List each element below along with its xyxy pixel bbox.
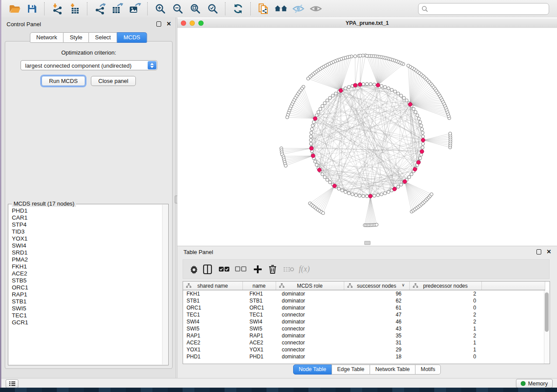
table-cell[interactable]: SWI5 xyxy=(242,325,276,332)
table-cell[interactable]: FKH1 xyxy=(183,290,242,298)
table-cell[interactable]: ACE2 xyxy=(242,339,276,346)
table-cell[interactable]: dominator xyxy=(276,297,344,304)
eye-icon[interactable] xyxy=(309,3,322,15)
tab-edge-table[interactable]: Edge Table xyxy=(332,364,370,375)
zoom-out-icon[interactable] xyxy=(171,3,184,15)
table-cell[interactable]: connector xyxy=(276,339,344,346)
table-row[interactable]: ORC1ORC1dominator610 xyxy=(183,304,545,311)
table-cell[interactable]: connector xyxy=(276,311,344,318)
tab-network[interactable]: Network xyxy=(30,32,64,43)
table-row[interactable]: PHD1PHD1dominator180 xyxy=(183,353,545,360)
mcds-result-item[interactable]: FKH1 xyxy=(12,263,163,270)
column-header-successor-nodes[interactable]: successor nodes ∨ xyxy=(344,282,409,290)
table-cell[interactable]: 2 xyxy=(409,290,481,298)
close-panel-icon[interactable]: ✕ xyxy=(547,250,551,254)
run-mcds-button[interactable]: Run MCDS xyxy=(42,76,85,86)
split-columns-icon[interactable] xyxy=(203,263,212,275)
table-cell[interactable]: 18 xyxy=(344,353,409,360)
table-cell[interactable]: 1 xyxy=(409,339,481,346)
table-cell[interactable] xyxy=(481,346,545,353)
deselect-all-icon[interactable] xyxy=(235,263,246,275)
table-cell[interactable]: 1 xyxy=(409,346,481,353)
export-network-icon[interactable] xyxy=(93,3,107,15)
function-builder-icon[interactable]: f(x) xyxy=(299,265,310,274)
mcds-result-item[interactable]: SWI4 xyxy=(12,242,163,249)
mcds-result-item[interactable]: SWI5 xyxy=(12,305,163,312)
splitter-grip[interactable] xyxy=(364,241,370,245)
memory-button[interactable]: Memory xyxy=(516,379,553,388)
table-scrollbar[interactable] xyxy=(544,290,550,364)
tab-style[interactable]: Style xyxy=(63,32,89,43)
table-cell[interactable]: 35 xyxy=(344,332,409,339)
table-row[interactable]: ACE2ACE2connector311 xyxy=(183,339,545,346)
table-cell[interactable]: 0 xyxy=(409,297,481,304)
mcds-result-item[interactable]: STP4 xyxy=(12,221,163,228)
table-row[interactable]: FKH1FKH1dominator962 xyxy=(183,290,545,298)
table-cell[interactable]: RAP1 xyxy=(242,332,276,339)
mcds-result-item[interactable]: CAR1 xyxy=(12,214,163,221)
search-input[interactable] xyxy=(428,5,546,13)
table-row[interactable]: TEC1TEC1connector472 xyxy=(183,311,545,318)
table-cell[interactable]: PHD1 xyxy=(242,353,276,360)
mcds-result-item[interactable]: PHD1 xyxy=(12,207,163,214)
table-cell[interactable]: 2 xyxy=(409,332,481,339)
close-panel-icon[interactable]: ✕ xyxy=(166,22,171,26)
table-cell[interactable]: connector xyxy=(276,346,344,353)
table-cell[interactable]: ACE2 xyxy=(183,339,242,346)
delete-icon[interactable] xyxy=(268,263,277,275)
float-panel-icon[interactable] xyxy=(156,21,161,27)
import-network-icon[interactable] xyxy=(51,3,64,15)
table-cell[interactable]: 31 xyxy=(344,339,409,346)
tab-select[interactable]: Select xyxy=(89,32,118,43)
network-window-titlebar[interactable]: YPA_prune.txt_1 xyxy=(177,18,557,28)
table-cell[interactable] xyxy=(481,304,545,311)
mcds-result-item[interactable]: TEC1 xyxy=(12,312,163,319)
eye-slash-icon[interactable] xyxy=(292,3,305,15)
table-cell[interactable]: 62 xyxy=(344,297,409,304)
table-cell[interactable]: ORC1 xyxy=(183,304,242,311)
table-cell[interactable]: STB1 xyxy=(183,297,242,304)
table-cell[interactable]: STB1 xyxy=(242,297,276,304)
tab-node-table[interactable]: Node Table xyxy=(293,364,332,375)
mcds-list-scrollbar[interactable] xyxy=(162,205,168,364)
table-row[interactable]: RAP1RAP1dominator352 xyxy=(183,332,545,339)
export-image-icon[interactable] xyxy=(128,3,142,15)
mcds-result-item[interactable]: RAP1 xyxy=(12,291,163,298)
criterion-dropdown[interactable]: largest connected component (undirected) xyxy=(21,60,157,70)
mcds-result-item[interactable]: ACE2 xyxy=(12,270,163,277)
open-icon[interactable] xyxy=(8,3,21,15)
table-cell[interactable]: 46 xyxy=(344,318,409,325)
task-history-button[interactable] xyxy=(6,379,18,388)
table-cell[interactable] xyxy=(481,297,545,304)
table-cell[interactable]: SWI4 xyxy=(183,318,242,325)
table-row[interactable]: STB1STB1dominator620 xyxy=(183,297,545,304)
table-cell[interactable]: YOX1 xyxy=(242,346,276,353)
table-cell[interactable]: 1 xyxy=(409,325,481,332)
table-cell[interactable]: 61 xyxy=(344,304,409,311)
table-cell[interactable]: YOX1 xyxy=(183,346,242,353)
table-cell[interactable]: 96 xyxy=(344,290,409,298)
save-icon[interactable] xyxy=(25,3,38,15)
mcds-result-item[interactable]: SRD1 xyxy=(12,249,163,256)
mcds-result-item[interactable]: TID3 xyxy=(12,228,163,235)
table-cell[interactable] xyxy=(481,290,545,298)
mcds-result-item[interactable]: YOX1 xyxy=(12,235,163,242)
table-cell[interactable]: RAP1 xyxy=(183,332,242,339)
table-cell[interactable]: 0 xyxy=(409,304,481,311)
duplicate-network-icon[interactable] xyxy=(257,3,270,15)
table-cell[interactable] xyxy=(481,353,545,360)
mcds-result-item[interactable]: ORC1 xyxy=(12,284,163,291)
table-cell[interactable]: 2 xyxy=(409,318,481,325)
zoom-fit-icon[interactable] xyxy=(189,3,202,15)
tab-network-table[interactable]: Network Table xyxy=(370,364,415,375)
table-row[interactable]: SWI4SWI4dominator462 xyxy=(183,318,545,325)
table-cell[interactable]: 0 xyxy=(409,353,481,360)
table-cell[interactable]: dominator xyxy=(276,353,344,360)
table-cell[interactable]: 2 xyxy=(409,311,481,318)
table-cell[interactable]: TEC1 xyxy=(242,311,276,318)
delete-column-icon[interactable] xyxy=(283,263,294,275)
import-table-icon[interactable] xyxy=(68,3,81,15)
table-cell[interactable]: PHD1 xyxy=(183,353,242,360)
export-table-icon[interactable] xyxy=(111,3,124,15)
mcds-result-item[interactable]: PMA2 xyxy=(12,256,163,263)
